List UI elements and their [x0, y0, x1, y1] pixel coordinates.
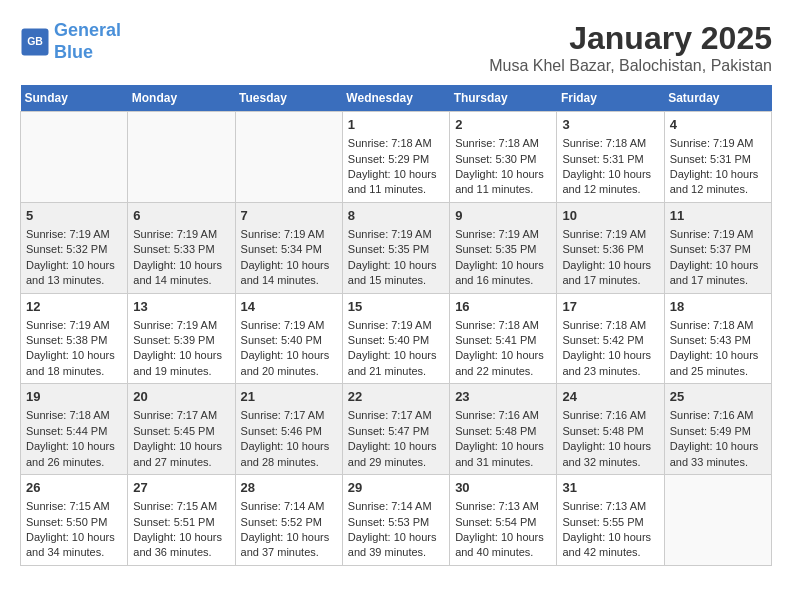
- header-friday: Friday: [557, 85, 664, 112]
- logo-line2: Blue: [54, 42, 93, 62]
- sunset-text: Sunset: 5:54 PM: [455, 516, 536, 528]
- sunrise-text: Sunrise: 7:19 AM: [26, 228, 110, 240]
- sunrise-text: Sunrise: 7:18 AM: [455, 319, 539, 331]
- logo-text: General Blue: [54, 20, 121, 63]
- day-number: 29: [348, 479, 444, 497]
- daylight-text: Daylight: 10 hours and 40 minutes.: [455, 531, 544, 558]
- sunrise-text: Sunrise: 7:19 AM: [241, 228, 325, 240]
- sunset-text: Sunset: 5:52 PM: [241, 516, 322, 528]
- sunset-text: Sunset: 5:55 PM: [562, 516, 643, 528]
- logo-icon: GB: [20, 27, 50, 57]
- sunset-text: Sunset: 5:40 PM: [348, 334, 429, 346]
- sunset-text: Sunset: 5:46 PM: [241, 425, 322, 437]
- table-row: 13 Sunrise: 7:19 AM Sunset: 5:39 PM Dayl…: [128, 293, 235, 384]
- day-number: 5: [26, 207, 122, 225]
- daylight-text: Daylight: 10 hours and 26 minutes.: [26, 440, 115, 467]
- logo-line1: General: [54, 20, 121, 40]
- sunrise-text: Sunrise: 7:18 AM: [562, 137, 646, 149]
- daylight-text: Daylight: 10 hours and 19 minutes.: [133, 349, 222, 376]
- day-number: 24: [562, 388, 658, 406]
- table-row: 24 Sunrise: 7:16 AM Sunset: 5:48 PM Dayl…: [557, 384, 664, 475]
- day-number: 21: [241, 388, 337, 406]
- calendar-week-row: 1 Sunrise: 7:18 AM Sunset: 5:29 PM Dayli…: [21, 112, 772, 203]
- header-sunday: Sunday: [21, 85, 128, 112]
- sunrise-text: Sunrise: 7:19 AM: [133, 319, 217, 331]
- sunset-text: Sunset: 5:50 PM: [26, 516, 107, 528]
- sunrise-text: Sunrise: 7:18 AM: [562, 319, 646, 331]
- table-row: 6 Sunrise: 7:19 AM Sunset: 5:33 PM Dayli…: [128, 202, 235, 293]
- table-row: 23 Sunrise: 7:16 AM Sunset: 5:48 PM Dayl…: [450, 384, 557, 475]
- table-row: [664, 475, 771, 566]
- day-number: 1: [348, 116, 444, 134]
- daylight-text: Daylight: 10 hours and 13 minutes.: [26, 259, 115, 286]
- sunset-text: Sunset: 5:29 PM: [348, 153, 429, 165]
- calendar-week-row: 5 Sunrise: 7:19 AM Sunset: 5:32 PM Dayli…: [21, 202, 772, 293]
- daylight-text: Daylight: 10 hours and 33 minutes.: [670, 440, 759, 467]
- sunrise-text: Sunrise: 7:14 AM: [241, 500, 325, 512]
- daylight-text: Daylight: 10 hours and 18 minutes.: [26, 349, 115, 376]
- day-number: 25: [670, 388, 766, 406]
- sunrise-text: Sunrise: 7:16 AM: [455, 409, 539, 421]
- daylight-text: Daylight: 10 hours and 29 minutes.: [348, 440, 437, 467]
- sunset-text: Sunset: 5:34 PM: [241, 243, 322, 255]
- sunrise-text: Sunrise: 7:17 AM: [133, 409, 217, 421]
- svg-text:GB: GB: [27, 35, 43, 47]
- table-row: 15 Sunrise: 7:19 AM Sunset: 5:40 PM Dayl…: [342, 293, 449, 384]
- sunset-text: Sunset: 5:42 PM: [562, 334, 643, 346]
- sunset-text: Sunset: 5:49 PM: [670, 425, 751, 437]
- sunset-text: Sunset: 5:39 PM: [133, 334, 214, 346]
- table-row: 7 Sunrise: 7:19 AM Sunset: 5:34 PM Dayli…: [235, 202, 342, 293]
- table-row: 10 Sunrise: 7:19 AM Sunset: 5:36 PM Dayl…: [557, 202, 664, 293]
- daylight-text: Daylight: 10 hours and 12 minutes.: [562, 168, 651, 195]
- day-number: 23: [455, 388, 551, 406]
- table-row: 25 Sunrise: 7:16 AM Sunset: 5:49 PM Dayl…: [664, 384, 771, 475]
- day-number: 2: [455, 116, 551, 134]
- daylight-text: Daylight: 10 hours and 11 minutes.: [455, 168, 544, 195]
- sunrise-text: Sunrise: 7:15 AM: [133, 500, 217, 512]
- table-row: 26 Sunrise: 7:15 AM Sunset: 5:50 PM Dayl…: [21, 475, 128, 566]
- day-number: 18: [670, 298, 766, 316]
- daylight-text: Daylight: 10 hours and 14 minutes.: [133, 259, 222, 286]
- sunrise-text: Sunrise: 7:19 AM: [670, 137, 754, 149]
- table-row: 27 Sunrise: 7:15 AM Sunset: 5:51 PM Dayl…: [128, 475, 235, 566]
- day-number: 19: [26, 388, 122, 406]
- sunset-text: Sunset: 5:31 PM: [670, 153, 751, 165]
- sunrise-text: Sunrise: 7:18 AM: [455, 137, 539, 149]
- table-row: 19 Sunrise: 7:18 AM Sunset: 5:44 PM Dayl…: [21, 384, 128, 475]
- table-row: 22 Sunrise: 7:17 AM Sunset: 5:47 PM Dayl…: [342, 384, 449, 475]
- sunrise-text: Sunrise: 7:17 AM: [241, 409, 325, 421]
- sunrise-text: Sunrise: 7:19 AM: [26, 319, 110, 331]
- sunset-text: Sunset: 5:30 PM: [455, 153, 536, 165]
- daylight-text: Daylight: 10 hours and 22 minutes.: [455, 349, 544, 376]
- sunrise-text: Sunrise: 7:16 AM: [562, 409, 646, 421]
- daylight-text: Daylight: 10 hours and 42 minutes.: [562, 531, 651, 558]
- sunrise-text: Sunrise: 7:18 AM: [670, 319, 754, 331]
- sunset-text: Sunset: 5:41 PM: [455, 334, 536, 346]
- sunrise-text: Sunrise: 7:19 AM: [348, 228, 432, 240]
- table-row: 20 Sunrise: 7:17 AM Sunset: 5:45 PM Dayl…: [128, 384, 235, 475]
- day-number: 14: [241, 298, 337, 316]
- day-number: 26: [26, 479, 122, 497]
- sunrise-text: Sunrise: 7:19 AM: [670, 228, 754, 240]
- table-row: 28 Sunrise: 7:14 AM Sunset: 5:52 PM Dayl…: [235, 475, 342, 566]
- header-thursday: Thursday: [450, 85, 557, 112]
- table-row: 17 Sunrise: 7:18 AM Sunset: 5:42 PM Dayl…: [557, 293, 664, 384]
- sunrise-text: Sunrise: 7:16 AM: [670, 409, 754, 421]
- day-number: 31: [562, 479, 658, 497]
- day-number: 11: [670, 207, 766, 225]
- day-number: 16: [455, 298, 551, 316]
- logo: GB General Blue: [20, 20, 121, 63]
- sunrise-text: Sunrise: 7:15 AM: [26, 500, 110, 512]
- daylight-text: Daylight: 10 hours and 37 minutes.: [241, 531, 330, 558]
- table-row: 14 Sunrise: 7:19 AM Sunset: 5:40 PM Dayl…: [235, 293, 342, 384]
- sunrise-text: Sunrise: 7:18 AM: [348, 137, 432, 149]
- daylight-text: Daylight: 10 hours and 14 minutes.: [241, 259, 330, 286]
- table-row: 5 Sunrise: 7:19 AM Sunset: 5:32 PM Dayli…: [21, 202, 128, 293]
- sunset-text: Sunset: 5:51 PM: [133, 516, 214, 528]
- sunrise-text: Sunrise: 7:19 AM: [455, 228, 539, 240]
- table-row: [21, 112, 128, 203]
- header-monday: Monday: [128, 85, 235, 112]
- day-number: 10: [562, 207, 658, 225]
- daylight-text: Daylight: 10 hours and 32 minutes.: [562, 440, 651, 467]
- daylight-text: Daylight: 10 hours and 17 minutes.: [562, 259, 651, 286]
